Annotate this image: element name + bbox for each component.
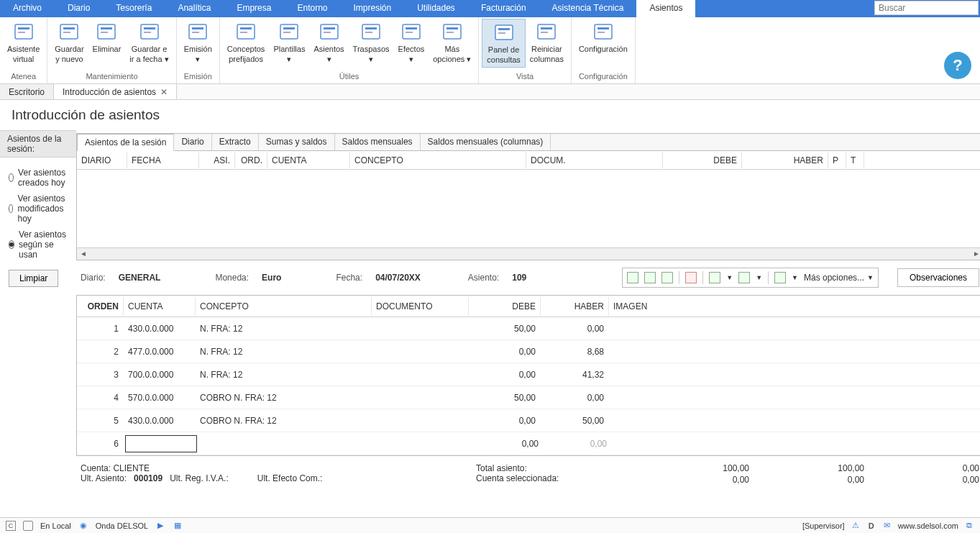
col-orden[interactable]: ORDEN [77, 297, 124, 316]
grid-body[interactable] [77, 170, 980, 247]
subtabs: Asientos de la sesiónDiarioExtractoSumas… [77, 134, 980, 151]
horizontal-scrollbar[interactable]: ◄ ► [77, 247, 980, 260]
diario-label: Diario: [81, 273, 106, 283]
d-icon[interactable]: D [866, 521, 876, 531]
ribbon-icon [592, 20, 615, 43]
menu-analítica[interactable]: Analítica [165, 0, 224, 17]
col-imagen[interactable]: IMAGEN [609, 297, 980, 316]
doc-tab[interactable]: Escritorio [0, 84, 54, 99]
ribbon-icon [58, 20, 81, 43]
calendar-icon[interactable]: ▦ [173, 521, 183, 531]
ribbon-btn[interactable]: Plantillas▾ [269, 19, 309, 66]
wifi-icon[interactable]: ◉ [78, 521, 88, 531]
ribbon-btn[interactable]: Efectos▾ [394, 19, 429, 66]
col-documento[interactable]: DOCUMENTO [372, 297, 469, 316]
grid-col[interactable]: ASI. [199, 152, 235, 168]
grid-col[interactable]: HABER [742, 152, 828, 168]
ribbon-btn[interactable]: Configuración [574, 19, 632, 56]
menu-utilidades[interactable]: Utilidades [404, 0, 468, 17]
menu-facturación[interactable]: Facturación [468, 0, 539, 17]
close-icon[interactable]: ✕ [160, 87, 168, 97]
window-icon[interactable]: ⧉ [964, 521, 974, 531]
ult-reg-iva-label: Ult. Reg. I.V.A.: [170, 473, 229, 483]
radio-option[interactable]: Ver asientos creados hoy [9, 165, 68, 191]
subtab[interactable]: Sumas y saldos [259, 134, 335, 150]
more-options-button[interactable]: Más opciones... ▼ [804, 273, 874, 283]
menu-asientos[interactable]: Asientos [636, 0, 695, 17]
mail-icon[interactable]: ✉ [882, 521, 892, 531]
ribbon-btn[interactable]: Asientos▾ [309, 19, 348, 66]
doc-tab[interactable]: Introducción de asientos✕ [54, 84, 177, 99]
menu-archivo[interactable]: Archivo [0, 0, 55, 17]
ribbon-btn[interactable]: Reiniciarcolumnas [526, 19, 568, 66]
col-debe[interactable]: DEBE [469, 297, 541, 316]
menu-diario[interactable]: Diario [55, 0, 103, 17]
grid-col[interactable]: FECHA [127, 152, 199, 168]
scroll-right-icon[interactable]: ► [971, 249, 980, 259]
grid-col[interactable]: CUENTA [267, 152, 350, 168]
status-icon-box[interactable] [23, 521, 33, 531]
col-haber[interactable]: HABER [541, 297, 609, 316]
radio-option[interactable]: Ver asientos modificados hoy [9, 191, 68, 227]
observations-button[interactable]: Observaciones [897, 268, 979, 287]
grid-col[interactable]: DOCUM. [526, 152, 663, 168]
table-row[interactable]: 1430.0.0.000N. FRA: 1250,000,00 [77, 317, 980, 340]
status-site[interactable]: www.sdelsol.com [898, 521, 958, 530]
cuenta-input[interactable] [125, 435, 197, 452]
search-input[interactable] [874, 1, 979, 15]
table-row[interactable]: 2477.0.0.000N. FRA: 120,008,68 [77, 340, 980, 363]
ult-efecto-label: Ult. Efecto Com.: [257, 473, 323, 483]
grid-col[interactable]: T [846, 152, 864, 168]
ribbon-btn[interactable]: Conceptosprefijados [223, 19, 270, 66]
subtab[interactable]: Diario [174, 134, 211, 150]
menu-impresión[interactable]: Impresión [340, 0, 404, 17]
scroll-left-icon[interactable]: ◄ [78, 249, 88, 259]
tool-icon-5[interactable] [709, 272, 720, 283]
tool-icon-7[interactable] [774, 272, 786, 283]
tool-icon-4[interactable] [685, 272, 697, 283]
ribbon-btn[interactable]: Guardary nuevo [50, 19, 88, 66]
tool-icon-3[interactable] [661, 272, 673, 283]
table-row[interactable]: 4570.0.0.000COBRO N. FRA: 1250,000,00 [77, 386, 980, 409]
ribbon-btn[interactable]: Asistentevirtual [3, 19, 44, 66]
grid-col[interactable]: ORD. [235, 152, 267, 168]
menu-empresa[interactable]: Empresa [224, 0, 284, 17]
ribbon-btn[interactable]: Másopciones ▾ [429, 19, 475, 66]
grid-col[interactable]: DEBE [663, 152, 742, 168]
subtab[interactable]: Saldos mensuales [335, 134, 421, 150]
subtab[interactable]: Asientos de la sesión [77, 134, 174, 151]
grid-col[interactable]: CONCEPTO [350, 152, 526, 168]
svg-rect-10 [144, 27, 155, 29]
ribbon-icon [535, 20, 558, 43]
subtab[interactable]: Saldos mensuales (columnas) [421, 134, 551, 150]
table-row[interactable]: 60,000,00 [77, 432, 980, 455]
sidebar: Asientos de la sesión: Ver asientos crea… [0, 130, 76, 506]
warning-icon[interactable]: ⚠ [851, 521, 861, 531]
menu-tesorería[interactable]: Tesorería [103, 0, 165, 17]
sidebar-title: Asientos de la sesión: [0, 131, 76, 158]
help-icon[interactable]: ? [944, 52, 971, 79]
col-concepto[interactable]: CONCEPTO [196, 297, 372, 316]
tool-icon-2[interactable] [644, 272, 656, 283]
subtab[interactable]: Extracto [212, 134, 259, 150]
ribbon-btn[interactable]: Panel deconsultas [482, 19, 525, 68]
table-row[interactable]: 3700.0.0.000N. FRA: 120,0041,32 [77, 363, 980, 386]
play-icon[interactable]: ▶ [155, 521, 165, 531]
tool-icon-1[interactable] [627, 272, 638, 283]
ribbon-btn[interactable]: Eliminar [88, 19, 126, 56]
menu-entorno[interactable]: Entorno [284, 0, 340, 17]
svg-rect-31 [447, 27, 458, 29]
ribbon-btn[interactable]: Guardar eir a fecha ▾ [125, 19, 173, 66]
col-cuenta[interactable]: CUENTA [124, 297, 196, 316]
table-row[interactable]: 5430.0.0.000COBRO N. FRA: 120,0050,00 [77, 409, 980, 432]
grid-col[interactable]: P [828, 152, 846, 168]
tool-icon-6[interactable] [738, 272, 750, 283]
clear-button[interactable]: Limpiar [9, 270, 58, 287]
ribbon-btn[interactable]: Traspasos▾ [349, 19, 394, 66]
grid-col[interactable]: DIARIO [77, 152, 127, 168]
svg-rect-25 [365, 27, 377, 29]
menu-asistencia técnica[interactable]: Asistencia Técnica [539, 0, 637, 17]
ribbon-btn[interactable]: Emisión▾ [180, 19, 216, 66]
status-icon-c[interactable]: C [6, 521, 16, 531]
radio-option[interactable]: Ver asientos según se usan [9, 227, 68, 263]
